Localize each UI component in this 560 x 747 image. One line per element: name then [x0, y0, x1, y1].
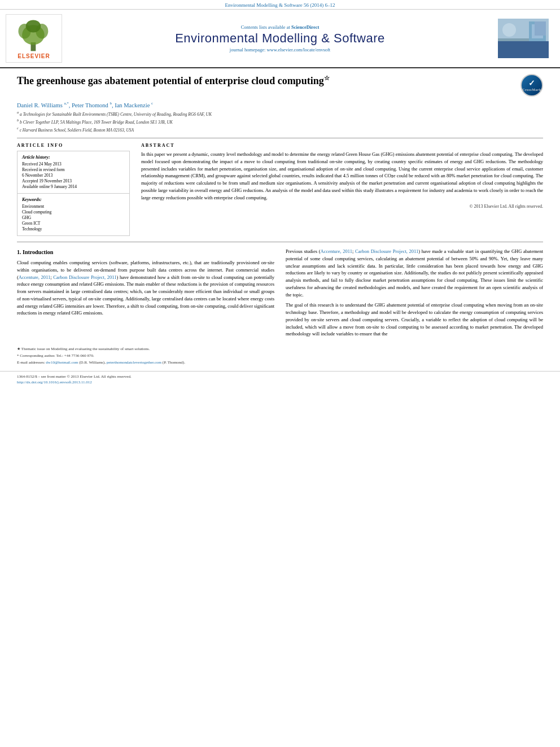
article-title: The greenhouse gas abatement potential o…	[17, 74, 520, 88]
body-col-right: Previous studies (Accenture, 2011; Carbo…	[286, 248, 543, 341]
article-content: The greenhouse gas abatement potential o…	[0, 68, 560, 347]
info-abstract-section: ARTICLE INFO Article history: Received 2…	[17, 143, 543, 236]
email-link-thomond[interactable]: peterthomondatclevertogether.com	[107, 360, 161, 365]
footnotes-section: ★ Thematic issue on Modelling and evalua…	[0, 347, 560, 365]
journal-center-info: Contents lists available at ScienceDirec…	[62, 24, 498, 53]
intro-para-2: Previous studies (Accenture, 2011; Carbo…	[286, 248, 543, 298]
email-link-williams[interactable]: dw10@hotmail.com	[46, 360, 78, 365]
accenture-link-1[interactable]: Accenture, 2011	[19, 274, 50, 280]
elsevier-logo-wrapper: ELSEVIER	[6, 14, 62, 63]
article-info-heading: ARTICLE INFO	[17, 143, 130, 148]
author-williams: Daniel R. Williams	[17, 102, 63, 108]
author-sup-b: b	[110, 101, 112, 106]
journal-banner: ELSEVIER Contents lists available at Sci…	[0, 10, 560, 68]
affiliations-block: a a Technologies for Sustainable Built E…	[17, 110, 543, 133]
doi-link[interactable]: http://dx.doi.org/10.1016/j.envsoft.2013…	[17, 380, 92, 385]
copyright-notice: © 2013 Elsevier Ltd. All rights reserved…	[141, 204, 543, 209]
affiliation-b: b b Clever Together LLP, 5A Maltings Pla…	[17, 118, 543, 125]
author-thomond: Peter Thomond	[72, 102, 108, 108]
title-area: The greenhouse gas abatement potential o…	[17, 74, 543, 97]
keywords-label: Keywords:	[22, 197, 125, 202]
keyword-cloud: Cloud computing	[22, 209, 125, 215]
crossmark-badge[interactable]: ✓ CrossMark	[520, 74, 543, 97]
body-columns: 1. Introduction Cloud computing enables …	[17, 248, 543, 341]
keyword-environment: Environment	[22, 204, 125, 209]
available-date: Available online 9 January 2014	[22, 184, 125, 189]
citation-text: Environmental Modelling & Software 56 (2…	[225, 2, 335, 8]
history-label: Article history:	[22, 155, 125, 160]
abstract-col: ABSTRACT In this paper we present a dyna…	[141, 143, 543, 236]
received-revised-label: Received in revised form	[22, 167, 125, 172]
divider-1	[17, 138, 543, 138]
elsevier-tree-icon	[9, 18, 59, 52]
svg-point-4	[26, 20, 41, 32]
abstract-heading: ABSTRACT	[141, 143, 543, 148]
elsevier-text: ELSEVIER	[18, 53, 50, 59]
contents-label: Contents lists available at ScienceDirec…	[62, 24, 498, 30]
footer-doi: http://dx.doi.org/10.1016/j.envsoft.2013…	[17, 380, 543, 385]
journal-cover-image	[498, 19, 549, 58]
intro-para-1: Cloud computing enables computing servic…	[17, 259, 274, 317]
author-sup-a: a,*	[64, 101, 68, 106]
revised-date: 6 November 2013	[22, 173, 125, 178]
footer-issn: 1364-8152/$ – see front matter © 2013 El…	[17, 374, 543, 379]
keywords-box: Keywords: Environment Cloud computing GH…	[17, 194, 130, 236]
journal-title: Environmental Modelling & Software	[62, 31, 498, 46]
affiliation-a: a a Technologies for Sustainable Built E…	[17, 110, 543, 117]
authors-line: Daniel R. Williams a,*, Peter Thomond b,…	[17, 101, 543, 108]
footnote-corresponding: * Corresponding author. Tel.: +44 7736 0…	[17, 353, 543, 359]
section1-title: 1. Introduction	[17, 248, 274, 256]
keyword-ict: Green ICT	[22, 221, 125, 226]
keyword-technology: Technology	[22, 226, 125, 231]
sciencedirect-link[interactable]: ScienceDirect	[291, 24, 319, 30]
svg-rect-6	[498, 41, 549, 58]
article-info-col: ARTICLE INFO Article history: Received 2…	[17, 143, 130, 236]
divider-2	[17, 242, 543, 242]
author-sup-c: c	[151, 101, 153, 106]
journal-citation: Environmental Modelling & Software 56 (2…	[0, 0, 560, 10]
cdp-link-2[interactable]: Carbon Disclosure Project, 2011	[355, 248, 418, 254]
received-date: Received 24 May 2013	[22, 161, 125, 167]
footnote-email: E-mail addresses: dw10@hotmail.com (D.R.…	[17, 360, 543, 366]
page-footer: 1364-8152/$ – see front matter © 2013 El…	[0, 371, 560, 387]
title-footnote-star: ☆	[324, 75, 330, 81]
svg-rect-10	[498, 38, 529, 41]
journal-homepage: journal homepage: www.elsevier.com/locat…	[62, 47, 498, 53]
accenture-link-2[interactable]: Accenture, 2011	[321, 248, 352, 254]
intro-para-3: The goal of this research is to understa…	[286, 302, 543, 338]
body-col-left: 1. Introduction Cloud computing enables …	[17, 248, 274, 341]
svg-rect-8	[532, 24, 543, 38]
cdp-link-1[interactable]: Carbon Disclosure Project, 2011	[53, 274, 116, 280]
keyword-ghg: GHG	[22, 215, 125, 220]
article-history-box: Article history: Received 24 May 2013 Re…	[17, 151, 130, 194]
affiliation-c: c c Harvard Business School, Soldiers Fi…	[17, 126, 543, 133]
accepted-date: Accepted 19 November 2013	[22, 178, 125, 184]
svg-point-9	[502, 23, 516, 37]
author-mackenzie: Ian Mackenzie	[115, 102, 150, 108]
footnote-star: ★ Thematic issue on Modelling and evalua…	[17, 347, 543, 352]
abstract-text: In this paper we present a dynamic, coun…	[141, 151, 543, 201]
